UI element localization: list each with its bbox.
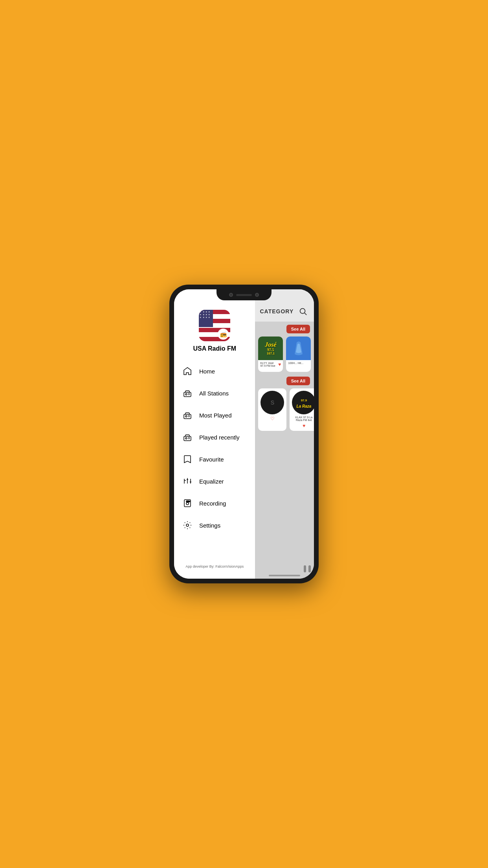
nav-label-equalizer: Equalizer (199, 478, 224, 485)
jose-card-label: KLYY José 97.5 FM live ♥ (258, 360, 283, 369)
raza-card-label-left: ♡ (270, 416, 275, 421)
jose-station-name: KLYY José 97.5 FM live (260, 362, 276, 367)
raza-station-name: KLAX 97.9 La Raza FM live (292, 416, 314, 421)
svg-rect-4 (184, 414, 191, 419)
nav-item-home[interactable]: Home (174, 360, 255, 382)
raza-card-label: KLAX 97.9 La Raza FM live ♥ (292, 416, 314, 428)
svg-point-19 (186, 502, 189, 505)
raza-cards-row: S ♡ 97.9 La Raza (255, 388, 314, 434)
flag-canton: ★ ★ ★ ★★ ★ ★ ★★ ★ ★ ★ (199, 310, 213, 327)
home-bar (269, 575, 300, 576)
nav-item-played-recently[interactable]: Played recently (174, 426, 255, 448)
100h-station-name: 100H... Hit... (288, 362, 303, 364)
bookmark-icon (182, 454, 193, 465)
nav-label-played-recently: Played recently (199, 434, 240, 441)
svg-rect-0 (184, 392, 191, 397)
svg-point-9 (185, 438, 187, 439)
search-button[interactable] (297, 305, 309, 318)
nav-label-recording: Recording (199, 500, 226, 507)
notch-camera-2 (255, 293, 259, 297)
nav-label-all-stations: All Stations (199, 390, 229, 397)
nav-bottom (304, 565, 311, 572)
drawer-header: ★ ★ ★ ★★ ★ ★ ★★ ★ ★ ★ 📻 USA Radio FM (174, 303, 255, 360)
radio-icon-1 (182, 388, 193, 399)
svg-point-22 (186, 524, 189, 526)
raza-card-img-left: S (261, 391, 284, 414)
nav-item-recording[interactable]: REC Recording (174, 492, 255, 514)
nav-item-most-played[interactable]: Most Played (174, 404, 255, 426)
flag-stars: ★ ★ ★ ★★ ★ ★ ★★ ★ ★ ★ (200, 311, 210, 319)
nav-item-settings[interactable]: Settings (174, 514, 255, 536)
app-logo: ★ ★ ★ ★★ ★ ★ ★★ ★ ★ ★ 📻 (199, 310, 230, 341)
raza-heart-icon[interactable]: ♥ (303, 423, 305, 428)
equalizer-icon (182, 476, 193, 487)
drawer: ★ ★ ★ ★★ ★ ★ ★★ ★ ★ ★ 📻 USA Radio FM Hom… (174, 289, 255, 579)
nav-label-most-played: Most Played (199, 412, 232, 419)
home-icon (182, 366, 193, 377)
notch-speaker (236, 294, 252, 296)
radio-card-raza[interactable]: 97.9 La Raza KLAX 97.9 La Raza FM live ♥ (290, 388, 314, 431)
svg-point-23 (300, 309, 305, 314)
svg-point-1 (185, 394, 187, 395)
heart-left[interactable]: ♡ (270, 416, 275, 421)
100h-card-image (286, 337, 311, 360)
nav-item-all-stations[interactable]: All Stations (174, 382, 255, 404)
svg-rect-8 (184, 436, 191, 441)
notch (216, 289, 272, 300)
category-title: CATEGORY (260, 308, 294, 314)
radio-icon-2 (182, 410, 193, 421)
screen: ★ ★ ★ ★★ ★ ★ ★★ ★ ★ ★ 📻 USA Radio FM Hom… (174, 289, 314, 579)
radio-cards-row-1: José 97.5 107.1 KLYY José 97.5 FM live ♥ (255, 337, 314, 375)
main-content: CATEGORY See All José (255, 289, 314, 579)
drawer-nav: Home All Stations Most Pla (174, 360, 255, 561)
radio-icon-3 (182, 432, 193, 443)
100h-card-label: 100H... Hit... (286, 360, 311, 366)
nav-pill-2 (308, 565, 311, 572)
nav-label-home: Home (199, 368, 215, 375)
nav-pill-1 (304, 565, 306, 572)
drawer-footer: App developer By: FalconVisionApps (174, 561, 255, 572)
svg-line-24 (305, 313, 306, 315)
see-all-button-1[interactable]: See All (286, 325, 310, 333)
radio-card-jose[interactable]: José 97.5 107.1 KLYY José 97.5 FM live ♥ (258, 337, 283, 372)
see-all-button-2[interactable]: See All (286, 377, 310, 385)
nav-label-favourite: Favourite (199, 456, 224, 463)
nav-item-equalizer[interactable]: Equalizer (174, 470, 255, 492)
radio-card-raza-left[interactable]: S ♡ (258, 388, 286, 431)
phone-frame: ★ ★ ★ ★★ ★ ★ ★★ ★ ★ ★ 📻 USA Radio FM Hom… (169, 285, 319, 583)
notch-camera (229, 293, 233, 297)
svg-text:REC: REC (187, 500, 190, 502)
nav-item-favourite[interactable]: Favourite (174, 448, 255, 470)
jose-heart-icon[interactable]: ♥ (278, 362, 281, 367)
jose-card-image: José 97.5 107.1 (258, 337, 283, 360)
nav-label-settings: Settings (199, 522, 220, 529)
svg-point-5 (185, 416, 187, 417)
radio-card-100h[interactable]: 100H... Hit... (286, 337, 311, 372)
app-title: USA Radio FM (193, 345, 236, 352)
settings-icon (182, 520, 193, 531)
raza-card-img: 97.9 La Raza (292, 391, 314, 414)
section-header-2: See All (255, 375, 314, 388)
phone-screen: ★ ★ ★ ★★ ★ ★ ★★ ★ ★ ★ 📻 USA Radio FM Hom… (174, 289, 314, 579)
section-header-1: See All (255, 322, 314, 337)
recording-icon: REC (182, 498, 193, 509)
